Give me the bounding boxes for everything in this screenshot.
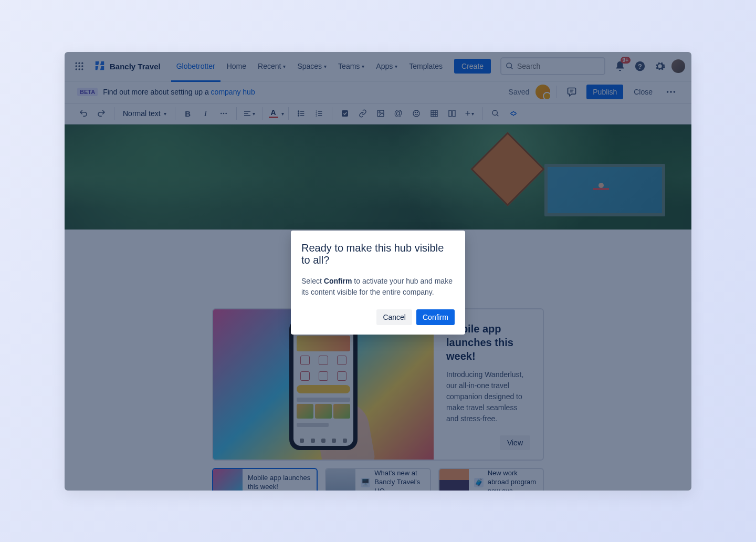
modal-body: Select Confirm to activate your hub and … bbox=[301, 276, 455, 298]
cancel-button[interactable]: Cancel bbox=[376, 309, 412, 325]
modal-title: Ready to make this hub visible to all? bbox=[301, 242, 455, 266]
modal-overlay[interactable]: Ready to make this hub visible to all? S… bbox=[65, 52, 691, 491]
app-window: Bancly Travel Globetrotter Home Recent▾ … bbox=[65, 52, 691, 491]
confirm-button[interactable]: Confirm bbox=[416, 309, 455, 325]
confirm-modal: Ready to make this hub visible to all? S… bbox=[291, 231, 465, 335]
